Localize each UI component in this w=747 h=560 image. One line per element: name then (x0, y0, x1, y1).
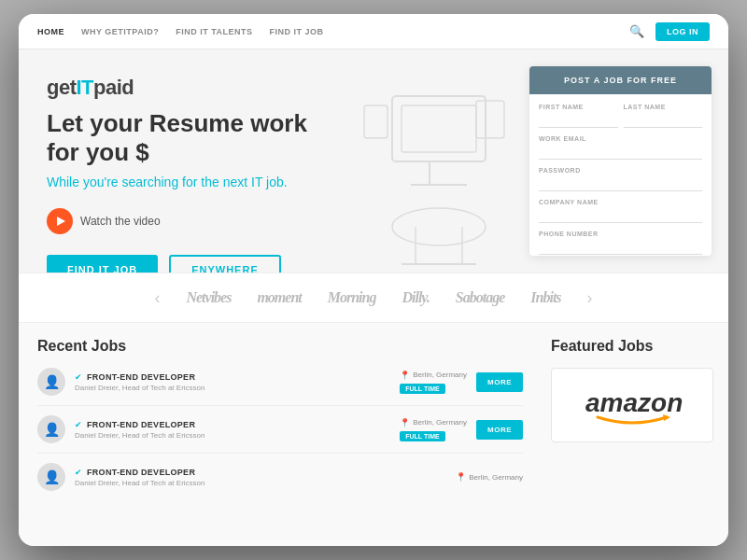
job-person: Daniel Dreier, Head of Tech at Ericsson (75, 479, 446, 487)
job-location: 📍 Berlin, Germany (456, 472, 523, 482)
nav-links: HOME WHY GETITPAID? FIND IT TALENTS FIND… (37, 27, 629, 36)
more-button[interactable]: MORE (476, 372, 523, 392)
table-row: 👤 ✔ FRONT-END DEVELOPER Daniel Dreier, H… (37, 415, 523, 454)
featured-jobs: Featured Jobs amazon (542, 323, 728, 546)
nav-home[interactable]: HOME (37, 27, 64, 36)
search-icon[interactable]: 🔍 (629, 24, 644, 38)
job-title-row: ✔ FRONT-END DEVELOPER (75, 420, 390, 429)
job-location-col: 📍 Berlin, Germany Full Time (400, 418, 467, 441)
job-title: FRONT-END DEVELOPER (87, 468, 195, 477)
verified-icon: ✔ (75, 420, 82, 429)
featured-jobs-title: Featured Jobs (551, 338, 713, 355)
name-row: FIRST NAME LAST NAME (539, 104, 702, 128)
job-title-row: ✔ FRONT-END DEVELOPER (75, 468, 446, 477)
verified-icon: ✔ (75, 372, 82, 382)
nav-right: 🔍 LOG IN (629, 22, 710, 41)
job-title: FRONT-END DEVELOPER (87, 372, 195, 382)
watch-video-label: Watch the video (80, 215, 161, 228)
svg-text:amazon: amazon (585, 388, 683, 417)
first-name-field: FIRST NAME (539, 104, 618, 128)
partners-bar: ‹ Netvibes moment Morning Dilly. Sabotag… (19, 273, 728, 323)
job-type-badge: Full Time (400, 431, 444, 441)
phone-input[interactable] (539, 239, 702, 255)
carousel-prev[interactable]: ‹ (154, 288, 160, 308)
more-button[interactable]: MORE (476, 420, 523, 440)
job-person: Daniel Dreier, Head of Tech at Ericsson (75, 431, 390, 440)
job-info: ✔ FRONT-END DEVELOPER Daniel Dreier, Hea… (75, 468, 446, 487)
nav-talents[interactable]: FIND IT TALENTS (176, 27, 252, 36)
watch-video-button[interactable]: Watch the video (47, 208, 501, 234)
job-location-col: 📍 Berlin, Germany (456, 472, 523, 482)
email-label: WORK EMAIL (539, 135, 702, 142)
enywhere-button[interactable]: ENYWHERE (169, 255, 281, 273)
partner-netvibes: Netvibes (186, 289, 231, 306)
hero-section: getITpaid Let your Resume work for you $… (19, 49, 728, 273)
play-icon (47, 208, 73, 234)
job-location-col: 📍 Berlin, Germany Full Time (400, 371, 467, 394)
hero-subheadline: While you're searching for the next IT j… (47, 175, 501, 189)
amazon-logo: amazon (581, 382, 684, 428)
company-field: COMPANY NAME (539, 199, 702, 223)
partner-moment: moment (257, 289, 301, 306)
hero-headline: Let your Resume work for you $ (47, 109, 501, 167)
find-job-button[interactable]: FIND IT JOB (47, 255, 158, 273)
screen: HOME WHY GETITPAID? FIND IT TALENTS FIND… (19, 14, 728, 546)
first-name-label: FIRST NAME (539, 104, 618, 110)
carousel-next[interactable]: › (587, 288, 593, 308)
job-location: 📍 Berlin, Germany (400, 371, 467, 380)
partner-dilly: Dilly. (402, 289, 429, 306)
avatar: 👤 (37, 463, 65, 491)
post-job-form: POST A JOB FOR FREE FIRST NAME LAST NAME… (529, 66, 712, 256)
last-name-input[interactable] (624, 112, 703, 128)
location-pin-icon: 📍 (400, 371, 410, 380)
phone-label: PHONE NUMBER (539, 231, 702, 237)
job-title-row: ✔ FRONT-END DEVELOPER (75, 372, 390, 382)
brand-logo: getITpaid (47, 76, 501, 100)
email-input[interactable] (539, 144, 702, 160)
first-name-input[interactable] (539, 112, 618, 128)
table-row: 👤 ✔ FRONT-END DEVELOPER Daniel Dreier, H… (37, 368, 523, 406)
login-button[interactable]: LOG IN (655, 22, 710, 41)
form-header: POST A JOB FOR FREE (529, 66, 712, 94)
featured-company-logo[interactable]: amazon (551, 368, 713, 442)
company-label: COMPANY NAME (539, 199, 702, 205)
location-pin-icon: 📍 (456, 472, 466, 482)
hero-buttons: FIND IT JOB ENYWHERE (47, 255, 501, 273)
job-info: ✔ FRONT-END DEVELOPER Daniel Dreier, Hea… (75, 372, 390, 392)
password-field: PASSWORD (539, 167, 702, 191)
job-location: 📍 Berlin, Germany (400, 418, 467, 427)
bottom-section: Recent Jobs 👤 ✔ FRONT-END DEVELOPER Dani… (19, 323, 728, 546)
navbar: HOME WHY GETITPAID? FIND IT TALENTS FIND… (19, 14, 728, 49)
recent-jobs: Recent Jobs 👤 ✔ FRONT-END DEVELOPER Dani… (19, 323, 542, 546)
avatar: 👤 (37, 415, 65, 443)
form-body: FIRST NAME LAST NAME WORK EMAIL PASSWORD (529, 94, 712, 256)
phone-field: PHONE NUMBER (539, 231, 702, 255)
recent-jobs-title: Recent Jobs (37, 338, 523, 355)
table-row: 👤 ✔ FRONT-END DEVELOPER Daniel Dreier, H… (37, 463, 523, 491)
job-person: Daniel Dreier, Head of Tech at Ericsson (75, 384, 390, 392)
job-type-badge: Full Time (400, 384, 444, 394)
nav-job[interactable]: FIND IT JOB (270, 27, 324, 36)
hero-left: getITpaid Let your Resume work for you $… (19, 49, 529, 273)
partner-sabotage: Sabotage (456, 289, 504, 306)
email-field: WORK EMAIL (539, 135, 702, 160)
job-title: FRONT-END DEVELOPER (87, 420, 195, 429)
password-input[interactable] (539, 175, 702, 191)
location-pin-icon: 📍 (400, 418, 410, 427)
avatar: 👤 (37, 368, 65, 396)
partner-morning: Morning (328, 289, 376, 306)
nav-why[interactable]: WHY GETITPAID? (81, 27, 159, 36)
partner-inbits: Inbits (530, 289, 560, 306)
verified-icon: ✔ (75, 468, 82, 477)
company-input[interactable] (539, 207, 702, 223)
job-info: ✔ FRONT-END DEVELOPER Daniel Dreier, Hea… (75, 420, 390, 440)
password-label: PASSWORD (539, 167, 702, 174)
last-name-field: LAST NAME (624, 104, 703, 128)
last-name-label: LAST NAME (624, 104, 703, 110)
